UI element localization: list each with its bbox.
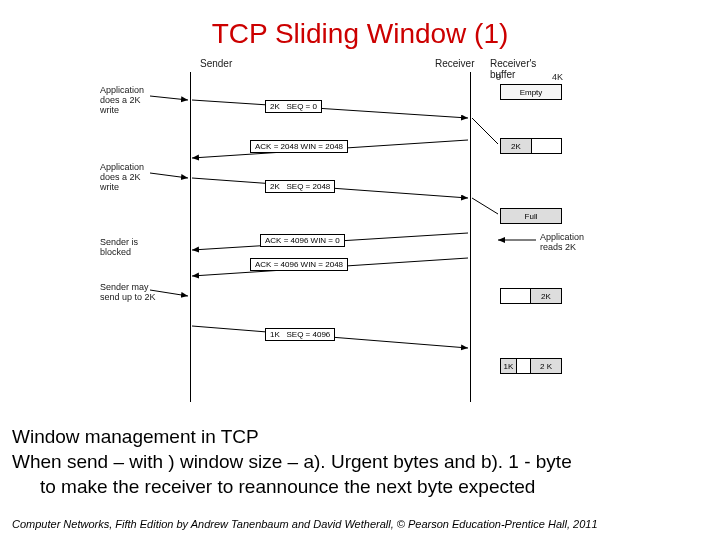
buffer-2k-remaining: 2K [530,289,561,303]
msg6-seq4096: 1K SEQ = 4096 [265,328,335,341]
label-app-reads: Application reads 2K [540,233,584,253]
slide-title: TCP Sliding Window (1) [0,18,720,50]
label-receiver: Receiver [435,58,474,69]
footer-book: Computer Networks [12,518,109,530]
svg-line-4 [472,118,498,144]
body-line-2: When send – with ) window size – a). Urg… [12,450,572,474]
buffer-full: Full [500,208,562,224]
svg-line-0 [150,96,188,100]
msg3-seq: SEQ = 2048 [286,182,330,191]
label-sender: Sender [200,58,232,69]
buffer-2k-row: 2K [500,138,562,154]
label-sender-blocked: Sender is blocked [100,238,138,258]
svg-line-6 [192,100,468,118]
msg3-seq2048: 2K SEQ = 2048 [265,180,335,193]
label-app-write-1: Application does a 2K write [100,86,144,116]
body-line-1: Window management in TCP [12,425,259,449]
msg6-size: 1K [270,330,280,339]
buffer-1k: 1K [501,359,517,373]
msg1-seq0: 2K SEQ = 0 [265,100,322,113]
msg2-ack2048: ACK = 2048 WIN = 2048 [250,140,348,153]
label-may-send: Sender may send up to 2K [100,283,156,303]
buffer-2k-right: 2 K [530,359,561,373]
msg4-win0: ACK = 4096 WIN = 0 [260,234,345,247]
msg3-size: 2K [270,182,280,191]
msg6-seq: SEQ = 4096 [286,330,330,339]
body-line-3: to make the receiver to reannounce the n… [12,475,535,499]
svg-line-5 [472,198,498,214]
svg-line-1 [150,173,188,178]
buf-mark-0: 0 [496,73,501,83]
footer-rest: , Fifth Edition by Andrew Tanenbaum and … [109,518,597,530]
receiver-timeline [470,72,471,402]
buffer-final: 1K 2 K [500,358,562,374]
msg1-seq: SEQ = 0 [286,102,316,111]
buffer-after-read: 2K [500,288,562,304]
msg5-win2048: ACK = 4096 WIN = 2048 [250,258,348,271]
sender-timeline [190,72,191,402]
footer-citation: Computer Networks, Fifth Edition by Andr… [12,518,598,530]
svg-line-2 [150,290,188,296]
msg1-size: 2K [270,102,280,111]
buffer-2k-fill: 2K [501,139,532,153]
buffer-empty: Empty [500,84,562,100]
diagram-area: Sender Receiver Receiver's buffer Applic… [100,58,620,418]
buf-mark-4k: 4K [552,73,563,83]
label-app-write-2: Application does a 2K write [100,163,144,193]
